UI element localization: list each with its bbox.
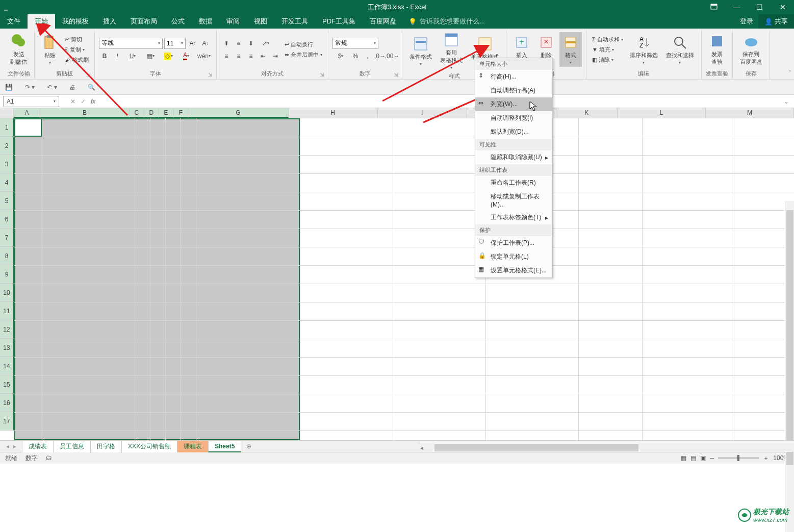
row-header-10[interactable]: 10 [0, 284, 14, 302]
format-painter-button[interactable]: 🖌格式刷 [63, 56, 90, 64]
send-wechat-button[interactable]: 发送 到微信 [7, 32, 30, 67]
close-button[interactable]: ✕ [771, 0, 794, 14]
copy-button[interactable]: ⎘复制▾ [63, 45, 90, 54]
add-sheet-button[interactable]: ⊕ [241, 443, 257, 450]
share-button[interactable]: 👤 共享 [758, 14, 794, 29]
minimize-button[interactable]: — [725, 0, 748, 14]
cancel-formula-button[interactable]: ✕ [70, 98, 75, 105]
align-top-button[interactable]: ⬆ [221, 38, 232, 49]
number-launcher[interactable]: ⇲ [394, 72, 398, 78]
number-format-select[interactable]: 常规▾ [332, 38, 378, 49]
zoom-slider[interactable] [718, 457, 759, 459]
col-header-F[interactable]: F [174, 108, 189, 118]
align-right-button[interactable]: ≡ [245, 50, 257, 62]
row-header-5[interactable]: 5 [0, 192, 14, 210]
row-header-2[interactable]: 2 [0, 137, 14, 155]
sheet-tab-6[interactable]: Sheet5 [208, 441, 241, 452]
tab-insert[interactable]: 插入 [96, 14, 123, 29]
col-header-G[interactable]: G [188, 108, 288, 118]
wrap-text-button[interactable]: ↩自动换行 [283, 40, 324, 49]
row-header-6[interactable]: 6 [0, 210, 14, 229]
col-header-B[interactable]: B [40, 108, 130, 118]
view-break-button[interactable]: ▣ [700, 454, 706, 462]
conditional-format-button[interactable]: 条件格式▾ [406, 34, 435, 68]
clipboard-launcher[interactable]: ⇲ [86, 72, 90, 78]
autofit-col-item[interactable]: 自动调整列宽(I) [475, 111, 552, 125]
column-width-item[interactable]: ⇔列宽(W)... [475, 97, 552, 111]
save-icon[interactable]: 💾 [5, 84, 13, 91]
enter-formula-button[interactable]: ✓ [81, 98, 86, 105]
percent-button[interactable]: % [350, 50, 361, 62]
comma-button[interactable]: , [362, 50, 373, 62]
row-header-12[interactable]: 12 [0, 320, 14, 339]
sheet-tab-3[interactable]: 田字格 [90, 440, 122, 452]
view-normal-button[interactable]: ▦ [681, 454, 686, 462]
find-select-button[interactable]: 查找和选择▾ [663, 32, 697, 67]
col-header-E[interactable]: E [159, 108, 174, 118]
row-header-14[interactable]: 14 [0, 357, 14, 375]
row-header-11[interactable]: 11 [0, 302, 14, 320]
format-cells-button[interactable]: 格式▾ [559, 32, 582, 67]
col-header-D[interactable]: D [144, 108, 159, 118]
col-header-C[interactable]: C [130, 108, 144, 118]
underline-button[interactable]: U ▾ [124, 50, 141, 62]
sheet-tab-1[interactable]: 成绩表 [22, 440, 54, 452]
col-header-K[interactable]: K [556, 108, 618, 118]
tab-home[interactable]: 开始 [28, 14, 55, 29]
italic-button[interactable]: I [112, 50, 123, 62]
font-name-select[interactable]: 等线▾ [99, 38, 163, 49]
col-header-L[interactable]: L [618, 108, 706, 118]
tab-file[interactable]: 文件 [0, 14, 28, 29]
row-header-9[interactable]: 9 [0, 265, 14, 284]
col-header-I[interactable]: I [378, 108, 467, 118]
currency-button[interactable]: $▾ [332, 50, 349, 62]
increase-decimal-button[interactable]: .0→ [374, 50, 386, 62]
move-copy-sheet-item[interactable]: 移动或复制工作表(M)... [475, 190, 552, 211]
sheet-tab-4[interactable]: XXX公司销售额 [121, 440, 177, 452]
print-preview-button[interactable]: 🔍 [88, 84, 95, 91]
lock-cell-item[interactable]: 🔒锁定单元格(L) [475, 250, 552, 264]
align-left-button[interactable]: ≡ [221, 50, 232, 62]
increase-indent-button[interactable]: ⇥ [270, 50, 281, 62]
autosave-icon[interactable]: ⎯ [4, 4, 8, 11]
autofit-row-item[interactable]: 自动调整行高(A) [475, 84, 552, 97]
decrease-font-button[interactable]: A↓ [200, 38, 211, 49]
decrease-decimal-button[interactable]: .00→ [387, 50, 398, 62]
tab-color-item[interactable]: 工作表标签颜色(T)▸ [475, 211, 552, 224]
tell-me-input[interactable]: 💡 告诉我您想要做什么... [408, 17, 485, 26]
hide-unhide-item[interactable]: 隐藏和取消隐藏(U)▸ [475, 150, 552, 164]
collapse-ribbon-button[interactable]: ˇ [789, 70, 791, 77]
phonetic-button[interactable]: wén ▾ [196, 50, 212, 62]
protect-sheet-item[interactable]: 🛡保护工作表(P)... [475, 236, 552, 250]
row-header-8[interactable]: 8 [0, 247, 14, 265]
table-format-button[interactable]: 套用 表格格式▾ [437, 31, 466, 71]
horizontal-scrollbar[interactable]: ◂ [418, 443, 794, 452]
sheet-nav-first[interactable]: ◂ [6, 443, 9, 450]
sheet-tab-5[interactable]: 课程表 [177, 440, 209, 452]
row-header-7[interactable]: 7 [0, 229, 14, 247]
font-color-button[interactable]: A▾ [178, 50, 194, 62]
tab-pdf[interactable]: PDF工具集 [315, 14, 363, 29]
align-middle-button[interactable]: ≡ [233, 38, 244, 49]
ribbon-options-icon[interactable] [702, 0, 725, 14]
row-header-16[interactable]: 16 [0, 394, 14, 412]
align-center-button[interactable]: ≡ [233, 50, 244, 62]
col-header-M[interactable]: M [706, 108, 794, 118]
row-header-3[interactable]: 3 [0, 155, 14, 173]
fill-color-button[interactable]: ◇▾ [160, 50, 176, 62]
fill-button[interactable]: ▼填充▾ [591, 45, 625, 54]
login-button[interactable]: 登录 [735, 17, 758, 26]
row-header-15[interactable]: 15 [0, 375, 14, 394]
font-size-select[interactable]: 11▾ [164, 38, 186, 49]
sort-filter-button[interactable]: AZ排序和筛选▾ [627, 32, 661, 67]
view-page-button[interactable]: ▤ [690, 454, 696, 462]
row-header-13[interactable]: 13 [0, 339, 14, 357]
redo-button[interactable]: ↷ ▾ [25, 84, 35, 91]
default-width-item[interactable]: 默认列宽(D)... [475, 125, 552, 139]
merge-center-button[interactable]: ⬌合并后居中▾ [283, 50, 324, 59]
autosum-button[interactable]: Σ自动求和▾ [591, 35, 625, 44]
tab-formula[interactable]: 公式 [164, 14, 192, 29]
sheet-nav-last[interactable]: ▸ [13, 443, 16, 450]
row-header-17[interactable]: 17 [0, 412, 14, 430]
cut-button[interactable]: ✂剪切 [63, 35, 90, 44]
